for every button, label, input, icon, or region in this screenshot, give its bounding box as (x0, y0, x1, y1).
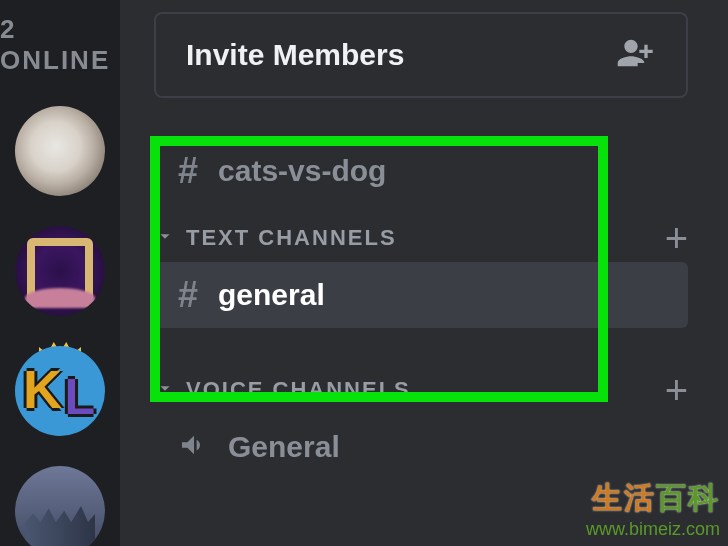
chevron-down-icon (154, 225, 176, 251)
channel-general[interactable]: # general (154, 262, 688, 328)
watermark-text-1: 生活 (592, 481, 656, 514)
channel-name: general (218, 278, 325, 312)
app-root: 2 ONLINE Invite Members # cats-vs-dog TE… (0, 0, 728, 546)
hash-icon: # (178, 274, 198, 316)
online-status: 2 ONLINE (0, 14, 120, 76)
watermark: 生活百科 www.bimeiz.com (586, 478, 720, 540)
hash-icon: # (178, 150, 198, 192)
channel-cats-vs-dog[interactable]: # cats-vs-dog (154, 138, 688, 204)
server-icon-3[interactable] (15, 346, 105, 436)
server-icon-1[interactable] (15, 106, 105, 196)
invite-members-label: Invite Members (186, 38, 404, 72)
category-label: VOICE CHANNELS (186, 377, 411, 403)
server-icon-4[interactable] (15, 466, 105, 546)
add-channel-button[interactable]: + (665, 218, 688, 258)
speaker-icon (178, 429, 228, 465)
add-user-icon (616, 33, 656, 77)
channel-name: cats-vs-dog (218, 154, 386, 188)
category-label: TEXT CHANNELS (186, 225, 397, 251)
voice-channel-name: General (228, 430, 340, 464)
server-rail: 2 ONLINE (0, 0, 120, 546)
text-channels-category[interactable]: TEXT CHANNELS + (154, 214, 688, 262)
watermark-url: www.bimeiz.com (586, 519, 720, 540)
chevron-down-icon (154, 377, 176, 403)
watermark-text-2: 百科 (656, 481, 720, 514)
server-icon-2[interactable] (15, 226, 105, 316)
channel-panel: Invite Members # cats-vs-dog TEXT CHANNE… (120, 0, 728, 546)
voice-channels-category[interactable]: VOICE CHANNELS + (154, 366, 688, 414)
add-voice-channel-button[interactable]: + (665, 370, 688, 410)
voice-channel-general[interactable]: General (154, 414, 688, 480)
invite-members-card[interactable]: Invite Members (154, 12, 688, 98)
